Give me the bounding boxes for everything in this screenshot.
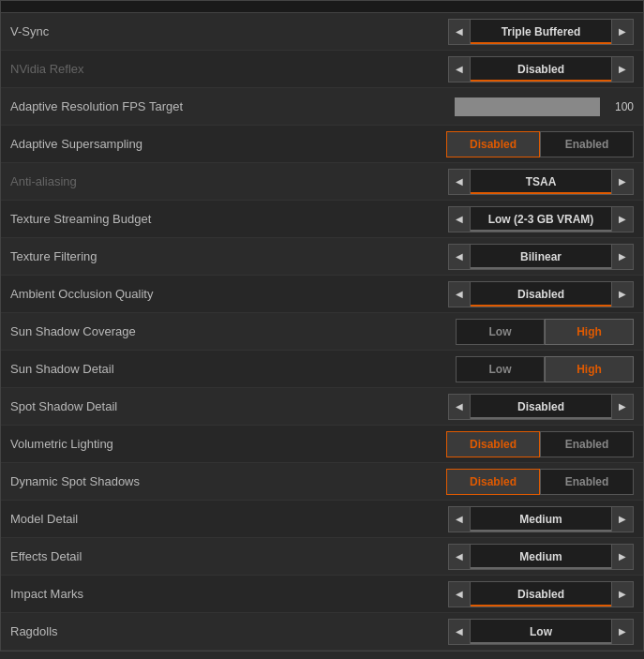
lowhigh-left-sun-shadow-detail[interactable]: Low	[456, 356, 545, 382]
arrow-left-texture-streaming[interactable]: ◀	[448, 206, 471, 232]
value-display-spot-shadow-detail: Disabled	[471, 394, 611, 420]
label-model-detail: Model Detail	[10, 512, 198, 526]
value-text-vsync: Triple Buffered	[502, 25, 581, 38]
label-impact-marks: Impact Marks	[10, 587, 198, 601]
panel-title	[1, 1, 643, 13]
control-effects-detail: ◀Medium▶	[448, 544, 634, 570]
underline-effects-detail	[471, 567, 611, 569]
control-model-detail: ◀Medium▶	[448, 506, 634, 532]
toggle-right-volumetric-lighting[interactable]: Enabled	[540, 431, 634, 457]
value-text-texture-streaming: Low (2-3 GB VRAM)	[488, 213, 594, 226]
value-text-texture-filtering: Bilinear	[520, 250, 562, 263]
control-anti-aliasing: ◀TSAA▶	[448, 169, 634, 195]
row-volumetric-lighting: Volumetric LightingDisabledEnabled	[1, 426, 643, 463]
value-text-ragdolls: Low	[530, 625, 552, 638]
control-impact-marks: ◀Disabled▶	[448, 581, 634, 607]
arrow-left-anti-aliasing[interactable]: ◀	[448, 169, 471, 195]
label-anti-aliasing: Anti-aliasing	[10, 174, 198, 188]
arrow-right-texture-filtering[interactable]: ▶	[611, 244, 634, 270]
toggle-left-dynamic-spot-shadows[interactable]: Disabled	[446, 469, 540, 495]
row-adaptive-supersampling: Adaptive SupersamplingDisabledEnabled	[1, 126, 643, 163]
underline-vsync	[471, 42, 611, 44]
label-sun-shadow-coverage: Sun Shadow Coverage	[10, 324, 198, 338]
row-sun-shadow-detail: Sun Shadow DetailLowHigh	[1, 351, 643, 388]
arrow-left-model-detail[interactable]: ◀	[448, 506, 471, 532]
label-texture-streaming: Texture Streaming Budget	[10, 212, 198, 226]
lowhigh-right-sun-shadow-coverage[interactable]: High	[545, 319, 634, 345]
slider-track-adaptive-resolution[interactable]	[455, 97, 600, 116]
label-adaptive-resolution: Adaptive Resolution FPS Target	[10, 99, 198, 113]
control-adaptive-supersampling: DisabledEnabled	[446, 131, 634, 157]
underline-ragdolls	[471, 642, 611, 644]
value-text-model-detail: Medium	[519, 513, 562, 526]
arrow-left-spot-shadow-detail[interactable]: ◀	[448, 394, 471, 420]
row-effects-detail: Effects Detail◀Medium▶	[1, 538, 643, 576]
arrow-right-impact-marks[interactable]: ▶	[611, 581, 634, 607]
label-effects-detail: Effects Detail	[10, 549, 198, 563]
label-dynamic-spot-shadows: Dynamic Spot Shadows	[10, 474, 198, 488]
arrow-right-vsync[interactable]: ▶	[611, 19, 634, 45]
control-spot-shadow-detail: ◀Disabled▶	[448, 394, 634, 420]
underline-nvidia-reflex	[471, 80, 611, 82]
label-texture-filtering: Texture Filtering	[10, 249, 198, 263]
slider-value-adaptive-resolution: 100	[606, 100, 634, 113]
arrow-left-impact-marks[interactable]: ◀	[448, 581, 471, 607]
arrow-left-ragdolls[interactable]: ◀	[448, 619, 471, 645]
control-sun-shadow-detail: LowHigh	[456, 356, 634, 382]
toggle-right-dynamic-spot-shadows[interactable]: Enabled	[540, 469, 634, 495]
row-anti-aliasing: Anti-aliasing◀TSAA▶	[1, 163, 643, 201]
value-display-nvidia-reflex: Disabled	[471, 56, 611, 82]
row-spot-shadow-detail: Spot Shadow Detail◀Disabled▶	[1, 388, 643, 426]
value-text-impact-marks: Disabled	[517, 588, 564, 601]
row-texture-streaming: Texture Streaming Budget◀Low (2-3 GB VRA…	[1, 201, 643, 238]
advanced-panel: V-Sync◀Triple Buffered▶NVidia Reflex◀Dis…	[0, 0, 644, 652]
control-nvidia-reflex: ◀Disabled▶	[448, 56, 634, 82]
value-display-texture-streaming: Low (2-3 GB VRAM)	[471, 206, 611, 232]
arrow-right-nvidia-reflex[interactable]: ▶	[611, 56, 634, 82]
row-dynamic-spot-shadows: Dynamic Spot ShadowsDisabledEnabled	[1, 463, 643, 501]
value-text-effects-detail: Medium	[519, 550, 562, 563]
row-ragdolls: Ragdolls◀Low▶	[1, 613, 643, 651]
value-display-texture-filtering: Bilinear	[471, 244, 611, 270]
value-display-impact-marks: Disabled	[471, 581, 611, 607]
value-text-ambient-occlusion: Disabled	[517, 288, 564, 301]
label-ragdolls: Ragdolls	[10, 624, 198, 638]
lowhigh-left-sun-shadow-coverage[interactable]: Low	[456, 319, 545, 345]
arrow-right-ragdolls[interactable]: ▶	[611, 619, 634, 645]
toggle-right-adaptive-supersampling[interactable]: Enabled	[540, 131, 634, 157]
arrow-left-texture-filtering[interactable]: ◀	[448, 244, 471, 270]
control-texture-filtering: ◀Bilinear▶	[448, 244, 634, 270]
arrow-right-ambient-occlusion[interactable]: ▶	[611, 281, 634, 307]
label-vsync: V-Sync	[10, 24, 198, 38]
value-text-spot-shadow-detail: Disabled	[517, 400, 564, 413]
arrow-right-effects-detail[interactable]: ▶	[611, 544, 634, 570]
arrow-right-model-detail[interactable]: ▶	[611, 506, 634, 532]
arrow-right-spot-shadow-detail[interactable]: ▶	[611, 394, 634, 420]
arrow-left-effects-detail[interactable]: ◀	[448, 544, 471, 570]
row-ambient-occlusion: Ambient Occlusion Quality◀Disabled▶	[1, 276, 643, 313]
control-vsync: ◀Triple Buffered▶	[448, 19, 634, 45]
toggle-left-adaptive-supersampling[interactable]: Disabled	[446, 131, 540, 157]
lowhigh-right-sun-shadow-detail[interactable]: High	[545, 356, 634, 382]
underline-texture-streaming	[471, 230, 611, 232]
label-adaptive-supersampling: Adaptive Supersampling	[10, 137, 198, 151]
label-sun-shadow-detail: Sun Shadow Detail	[10, 362, 198, 376]
value-display-ragdolls: Low	[471, 619, 611, 645]
row-texture-filtering: Texture Filtering◀Bilinear▶	[1, 238, 643, 276]
underline-ambient-occlusion	[471, 305, 611, 307]
label-volumetric-lighting: Volumetric Lighting	[10, 437, 198, 451]
value-display-anti-aliasing: TSAA	[471, 169, 611, 195]
control-sun-shadow-coverage: LowHigh	[456, 319, 634, 345]
value-display-model-detail: Medium	[471, 506, 611, 532]
label-nvidia-reflex: NVidia Reflex	[10, 62, 198, 76]
underline-spot-shadow-detail	[471, 417, 611, 419]
arrow-left-vsync[interactable]: ◀	[448, 19, 471, 45]
row-adaptive-resolution: Adaptive Resolution FPS Target100	[1, 88, 643, 126]
row-sun-shadow-coverage: Sun Shadow CoverageLowHigh	[1, 313, 643, 351]
arrow-left-ambient-occlusion[interactable]: ◀	[448, 281, 471, 307]
arrow-right-texture-streaming[interactable]: ▶	[611, 206, 634, 232]
arrow-left-nvidia-reflex[interactable]: ◀	[448, 56, 471, 82]
value-display-ambient-occlusion: Disabled	[471, 281, 611, 307]
arrow-right-anti-aliasing[interactable]: ▶	[611, 169, 634, 195]
toggle-left-volumetric-lighting[interactable]: Disabled	[446, 431, 540, 457]
